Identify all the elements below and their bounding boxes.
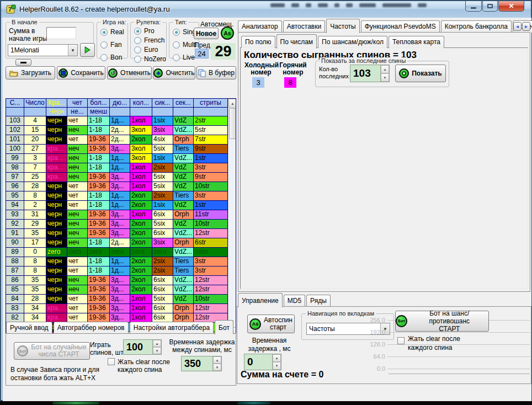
radio-option-live[interactable]: Live [173, 54, 198, 61]
spins-row[interactable]: 9135черннеч19-363д...2кол6sixVdZ...12str [6, 229, 228, 238]
spins-row[interactable]: 9628чернчет19-363д...1кол5sixVdZ10str [6, 182, 228, 191]
spins-header-cell[interactable]: сек... [173, 99, 194, 108]
tab-Тепловая карта[interactable]: Тепловая карта [389, 36, 444, 48]
spins-row[interactable]: 8334кра...чет19-363д...1кол6sixOrph12str [6, 304, 228, 313]
play-profile-button[interactable] [80, 43, 95, 57]
radio-option-multi[interactable]: Multi [173, 41, 198, 49]
spins-header-cell[interactable] [194, 108, 228, 116]
load-button[interactable]: Загрузить [6, 66, 55, 79]
spins-header-cell[interactable]: С... [6, 99, 24, 108]
spins-row[interactable]: 993кра...неч1-181д...3кол1sixVdZ...1str [6, 154, 228, 163]
tab-По шансам/дюж/кол[interactable]: По шансам/дюж/кол [318, 36, 387, 48]
spins-header-cell[interactable] [130, 108, 152, 116]
spins-header-cell[interactable]: менш [88, 108, 110, 116]
tab-Настройки автограббера[interactable]: Настройки автограббера [130, 322, 214, 334]
radio-option-euro[interactable]: Euro [134, 46, 166, 54]
save-button[interactable]: Сохранить [57, 66, 105, 79]
spins-header-cell[interactable] [110, 108, 130, 116]
tab-Автоставки[interactable]: Автоставки [283, 20, 326, 33]
spin-down-icon[interactable]: ▼ [381, 73, 389, 82]
radio-option-nozero[interactable]: NoZero [134, 55, 166, 63]
spins-header-cell[interactable] [6, 108, 24, 116]
spins-header-cell[interactable]: чет [67, 99, 88, 108]
start-sum-input[interactable] [46, 27, 76, 39]
scroll-up-icon[interactable]: ▲ [228, 99, 236, 108]
spins-header-cell[interactable]: дю... [110, 99, 130, 108]
autoshift-new-button[interactable]: Новое [194, 28, 219, 39]
spins-header-cell[interactable] [173, 108, 194, 116]
spin-up-icon[interactable]: ▲ [213, 356, 221, 364]
spins-header-cell[interactable] [24, 108, 46, 116]
tab-Ряды[interactable]: Ряды [306, 295, 331, 307]
spins-row[interactable]: 9229черннеч19-363д...2кол5sixVdZ10str [6, 220, 228, 229]
spin-down-icon[interactable]: ▼ [273, 362, 281, 370]
delay-between-spinner[interactable]: 350 ▲▼ [181, 356, 222, 371]
profile-combobox[interactable]: 1Melonati ▼ [8, 44, 78, 56]
count-last-spinner[interactable]: 103 ▲▼ [350, 65, 390, 82]
spins-row[interactable]: 8428чернчет19-363д...1кол5sixVdZ10str [6, 295, 228, 304]
tab-MD5[interactable]: MD5 [284, 295, 305, 307]
show-button[interactable]: Показать [395, 65, 446, 82]
spins-header-cell[interactable]: Черн [46, 108, 67, 116]
spins-header-cell[interactable]: Кра... [46, 99, 67, 108]
spin-up-icon[interactable]: ▲ [273, 354, 281, 362]
spins-row[interactable]: 942чернчет1-181д...2кол1sixVdZ1str [6, 201, 228, 210]
clear-button[interactable]: ◆ Очистить [153, 66, 195, 79]
spins-row[interactable]: 878чернчет1-181д...2кол2sixTiers3str [6, 267, 228, 276]
radio-option-real[interactable]: Real [100, 28, 124, 36]
spins-row[interactable]: 890zerozerozerozerozerozeroVdZ...zero [6, 248, 228, 257]
tab-Частоты[interactable]: Частоты [326, 19, 360, 33]
tab-Контроль банкролла[interactable]: Контроль банкролла [441, 20, 512, 33]
copy-to-buffer-button[interactable]: В буфер [196, 66, 236, 79]
spin-down-icon[interactable]: ▼ [213, 364, 221, 371]
spins-row[interactable]: 9331черннеч19-363д...1кол6sixOrph11str [6, 210, 228, 220]
spins-row[interactable]: 987кра...неч1-181д...1кол2sixVdZ3str [6, 163, 228, 173]
clear-after-spin-option[interactable]: Жать clear после каждого спина [397, 334, 474, 352]
spins-row[interactable]: 9725кра...неч19-363д...1кол5sixVdZ9str [6, 173, 228, 182]
tab-scroll-left-icon[interactable]: ◄ [513, 22, 522, 31]
tab-По полю[interactable]: По полю [241, 36, 275, 48]
spins-header-cell[interactable]: Число [24, 99, 46, 108]
spins-row[interactable]: 8535черннеч19-363д...2кол6sixVdZ...12str [6, 285, 228, 295]
spins-table-scrollbar[interactable]: ▲ ▼ [228, 99, 236, 336]
tab-По числам[interactable]: По числам [276, 34, 317, 49]
radio-option-pro[interactable]: Pro [134, 27, 166, 35]
autoshift-as-icon[interactable]: As [221, 26, 234, 40]
spins-row[interactable]: 1034чернчет1-181д...1кол1sixVdZ2str [6, 116, 228, 126]
spin-up-icon[interactable]: ▲ [153, 340, 161, 347]
dash-button[interactable] [15, 59, 31, 66]
chevron-down-icon[interactable]: ▼ [68, 45, 77, 56]
maximize-button[interactable] [482, 1, 498, 12]
spins-header-cell[interactable]: бол... [88, 99, 110, 108]
tab-Управление[interactable]: Управление [238, 293, 283, 307]
close-button[interactable]: ✕ [498, 1, 524, 12]
tab-Анализатор[interactable]: Анализатор [238, 20, 282, 33]
radio-option-fan[interactable]: Fan [100, 41, 124, 49]
clear-after-spin-checkbox[interactable] [108, 358, 115, 365]
spins-header-cell[interactable] [152, 108, 173, 116]
clear-after-spin-option[interactable]: Жать clear послекаждого спина [108, 358, 170, 374]
spins-header-cell[interactable]: стриты [194, 99, 228, 108]
spins-row[interactable]: 888чернчет1-181д...2кол2sixTiers3str [6, 257, 228, 267]
autospin-start-button[interactable]: As Автоспинстарт [247, 315, 295, 333]
spin-down-icon[interactable]: ▼ [153, 347, 161, 354]
spins-row[interactable]: 8635черннеч19-363д...2кол6sixVdZ...12str [6, 276, 228, 285]
spins-header-cell[interactable]: не... [67, 108, 88, 116]
radio-option-bon[interactable]: Bon [100, 54, 124, 61]
time-delay-spinner[interactable]: 0 ▲▼ [244, 354, 281, 370]
spins-header-cell[interactable]: сик... [152, 99, 173, 108]
scrollbar-thumb[interactable] [229, 108, 236, 139]
radio-option-french[interactable]: French [134, 36, 166, 44]
spins-header-cell[interactable]: кол... [130, 99, 152, 108]
spins-row[interactable]: 958чернчет1-181д...2кол2sixTiers3str [6, 191, 228, 201]
tab-Автограббер номеров[interactable]: Автограббер номеров [54, 322, 129, 334]
minimize-button[interactable] [465, 1, 482, 12]
undo-button[interactable]: ↺ Отменить [107, 66, 152, 79]
tab-Ручной ввод[interactable]: Ручной ввод [6, 322, 52, 334]
spins-row[interactable]: 10120чернчет19-362д...2кол4sixOrph7str [6, 135, 228, 145]
spins-row[interactable]: 10215черннеч1-182д...3кол3sixVdZ...5str [6, 126, 228, 135]
tab-Бот[interactable]: Бот [215, 320, 233, 334]
tab-Функционал PsevdoMS[interactable]: Функционал PsevdoMS [361, 20, 440, 33]
spin-up-icon[interactable]: ▲ [381, 65, 389, 73]
tab-scroll-right-icon[interactable]: ► [522, 22, 530, 31]
